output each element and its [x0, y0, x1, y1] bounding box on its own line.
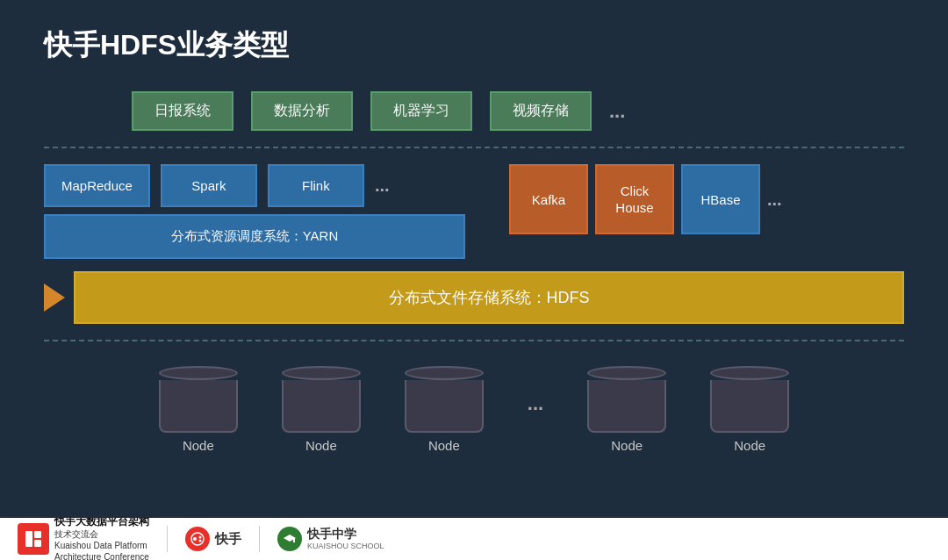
footer-brand2-text: 快手中学: [307, 527, 384, 542]
spark-box: Spark: [161, 164, 257, 207]
kafka-box: Kafka: [509, 164, 588, 234]
footer-kuaishou: 快手: [185, 527, 241, 551]
hbase-box: HBase: [681, 164, 760, 234]
hdfs-row: 分布式文件存储系统：HDFS: [44, 271, 904, 324]
node-label-3: Node: [428, 438, 460, 453]
top-dots: ...: [609, 100, 625, 123]
svg-point-6: [199, 540, 202, 542]
node-label-4: Node: [611, 438, 643, 453]
top-divider: [44, 147, 904, 148]
svg-rect-0: [25, 531, 32, 547]
footer-logo-icon: [18, 523, 49, 555]
footer-brand-sub1: 技术交流会: [54, 528, 149, 540]
footer: 快手大数据平台架构 技术交流会 Kuaishou Data Platform A…: [0, 518, 948, 560]
svg-point-5: [199, 536, 202, 539]
clickhouse-box: ClickHouse: [595, 164, 674, 234]
node-label-1: Node: [183, 438, 214, 453]
node-label-5: Node: [734, 438, 765, 453]
bottom-divider: [44, 340, 904, 341]
footer-brand2-sub: KUAISHOU SCHOOL: [307, 542, 384, 551]
node-cylinder-top-2: [282, 366, 361, 380]
middle-section: MapReduce Spark Flink ... 分布式资源调度系统：YARN…: [44, 164, 904, 259]
footer-sep-2: [259, 526, 260, 552]
green-box-video: 视频存储: [490, 91, 592, 131]
hdfs-box: 分布式文件存储系统：HDFS: [74, 271, 904, 324]
node-cylinder-body-1: [159, 380, 238, 433]
top-row: 日报系统 数据分析 机器学习 视频存储 ...: [44, 91, 904, 131]
svg-rect-1: [34, 531, 41, 538]
node-cylinder-body-3: [405, 380, 484, 433]
right-dots: ...: [767, 190, 782, 210]
node-row: Node Node Node ... Node Node: [44, 357, 904, 453]
footer-school: 快手中学 KUAISHOU SCHOOL: [277, 527, 384, 551]
svg-point-4: [193, 537, 197, 541]
green-box-daily: 日报系统: [132, 91, 233, 131]
blue-boxes-row: MapReduce Spark Flink ...: [44, 164, 465, 207]
node-item-2: Node: [282, 366, 361, 453]
node-item-4: Node: [587, 366, 666, 453]
node-cylinder-body-5: [710, 380, 789, 433]
mapreduce-box: MapReduce: [44, 164, 150, 207]
green-box-ml: 机器学习: [370, 91, 472, 131]
svg-rect-8: [293, 538, 295, 542]
footer-logo-group: 快手大数据平台架构 技术交流会 Kuaishou Data Platform A…: [18, 515, 149, 560]
middle-dots: ...: [375, 176, 390, 196]
footer-brand-sub3: Architecture Conference: [54, 551, 149, 560]
node-item-1: Node: [159, 366, 238, 453]
node-item-5: Node: [710, 366, 789, 453]
right-group: Kafka ClickHouse HBase ...: [509, 164, 782, 234]
node-cylinder-top-5: [710, 366, 789, 380]
footer-text-block: 快手大数据平台架构 技术交流会 Kuaishou Data Platform A…: [54, 515, 149, 560]
green-box-analysis: 数据分析: [251, 91, 353, 131]
node-cylinder-top-3: [405, 366, 484, 380]
node-cylinder-top-4: [587, 366, 666, 380]
kuaishou-logo-icon: [24, 529, 43, 549]
school-icon: [277, 527, 302, 551]
arrow-right-icon: [44, 284, 65, 312]
left-group: MapReduce Spark Flink ... 分布式资源调度系统：YARN: [44, 164, 465, 259]
node-cylinder-top-1: [159, 366, 238, 380]
node-cylinder-body-2: [282, 380, 361, 433]
yarn-box: 分布式资源调度系统：YARN: [44, 214, 465, 259]
svg-rect-2: [34, 540, 41, 547]
footer-brand1-text: 快手: [215, 531, 241, 548]
node-dots: ...: [528, 366, 543, 415]
node-item-3: Node: [405, 366, 484, 453]
footer-brand-sub2: Kuaishou Data Platform: [54, 540, 149, 551]
flink-box: Flink: [268, 164, 364, 207]
node-cylinder-body-4: [587, 380, 666, 433]
main-container: 快手HDFS业务类型 日报系统 数据分析 机器学习 视频存储 ... MapRe…: [0, 0, 948, 518]
footer-school-text: 快手中学 KUAISHOU SCHOOL: [307, 527, 384, 551]
page-title: 快手HDFS业务类型: [44, 26, 904, 65]
node-label-2: Node: [305, 438, 337, 453]
kuaishou-icon: [185, 527, 210, 551]
footer-sep-1: [167, 526, 168, 552]
